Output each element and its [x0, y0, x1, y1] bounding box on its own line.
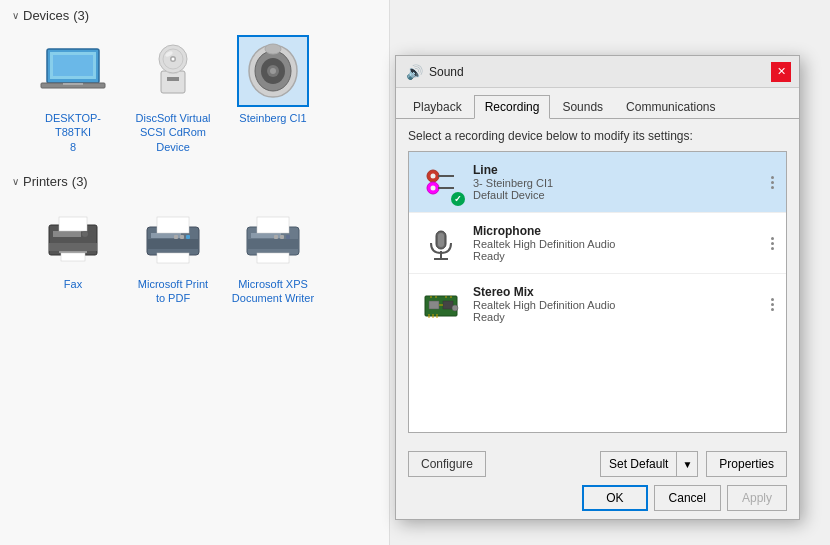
device-laptop-label: DESKTOP-T88TKI8	[28, 111, 118, 154]
svg-rect-24	[61, 253, 85, 261]
svg-rect-31	[180, 235, 184, 239]
stereomix-scroll-indicator	[768, 294, 776, 315]
dialog-title-left: 🔊 Sound	[406, 64, 464, 80]
devices-grid: DESKTOP-T88TKI8 DiscSoft	[12, 35, 377, 154]
printers-label: Printers	[23, 174, 68, 189]
svg-rect-55	[429, 301, 439, 309]
svg-point-46	[431, 186, 436, 191]
disc-icon-wrap	[137, 35, 209, 107]
sound-dialog: 🔊 Sound ✕ Playback Recording Sounds Comm…	[395, 55, 800, 520]
svg-rect-3	[63, 83, 83, 85]
devices-section-header[interactable]: ∨ Devices (3)	[12, 8, 377, 23]
svg-rect-4	[53, 55, 93, 76]
fax-icon-wrap	[37, 201, 109, 273]
recording-item-stereomix[interactable]: Stereo Mix Realtek High Definition Audio…	[409, 274, 786, 334]
svg-point-26	[88, 231, 94, 237]
device-disc-label: DiscSoft VirtualSCSI CdRomDevice	[136, 111, 211, 154]
stereomix-icon	[419, 282, 463, 326]
svg-point-18	[265, 44, 281, 54]
mic-scroll-indicator	[768, 233, 776, 254]
device-item-disc[interactable]: DiscSoft VirtualSCSI CdRomDevice	[128, 35, 218, 154]
printer-item-xps[interactable]: Microsoft XPSDocument Writer	[228, 201, 318, 306]
dialog-title-text: Sound	[429, 65, 464, 79]
svg-rect-6	[167, 77, 179, 81]
svg-point-11	[172, 58, 175, 61]
set-default-button[interactable]: Set Default	[600, 451, 676, 477]
devices-chevron-icon: ∨	[12, 10, 19, 21]
properties-button[interactable]: Properties	[706, 451, 787, 477]
dialog-buttons-row1: Configure Set Default ▼ Properties	[408, 451, 787, 477]
device-item-laptop[interactable]: DESKTOP-T88TKI8	[28, 35, 118, 154]
tab-playback[interactable]: Playback	[402, 95, 473, 119]
devices-count: (3)	[73, 8, 89, 23]
stereomix-detail: Realtek High Definition Audio	[473, 299, 768, 311]
laptop-icon-wrap	[37, 35, 109, 107]
fax-icon	[39, 207, 107, 267]
device-item-speaker[interactable]: Steinberg CI1	[228, 35, 318, 154]
dialog-buttons-row2: OK Cancel Apply	[408, 485, 787, 511]
svg-rect-30	[174, 235, 178, 239]
dialog-bottom: Configure Set Default ▼ Properties OK Ca…	[396, 443, 799, 519]
devices-label: Devices	[23, 8, 69, 23]
printer-xps-label: Microsoft XPSDocument Writer	[232, 277, 314, 306]
svg-rect-32	[186, 235, 190, 239]
configure-button[interactable]: Configure	[408, 451, 486, 477]
recording-device-list: ✓ Line 3- Steinberg CI1 Default Device	[408, 151, 787, 433]
close-button[interactable]: ✕	[771, 62, 791, 82]
recording-item-microphone[interactable]: Microphone Realtek High Definition Audio…	[409, 213, 786, 274]
tab-communications[interactable]: Communications	[615, 95, 726, 119]
tab-recording[interactable]: Recording	[474, 95, 551, 119]
microphone-detail: Realtek High Definition Audio	[473, 238, 768, 250]
speaker-icon-wrap	[237, 35, 309, 107]
line-name: Line	[473, 163, 768, 177]
xps-icon-wrap	[237, 201, 309, 273]
set-default-group: Set Default ▼	[600, 451, 698, 477]
speaker-icon	[239, 41, 307, 101]
device-speaker-label: Steinberg CI1	[239, 111, 306, 125]
line-status: Default Device	[473, 189, 768, 201]
svg-rect-33	[157, 217, 189, 233]
pdf-printer-icon	[139, 207, 207, 267]
svg-rect-47	[438, 175, 454, 177]
svg-rect-52	[438, 233, 444, 247]
dialog-instruction: Select a recording device below to modif…	[408, 129, 787, 143]
svg-rect-22	[59, 251, 87, 253]
disc-icon	[139, 41, 207, 101]
line-detail: 3- Steinberg CI1	[473, 177, 768, 189]
svg-rect-37	[247, 239, 299, 249]
svg-point-44	[431, 174, 436, 179]
dialog-content: Select a recording device below to modif…	[396, 119, 799, 443]
svg-rect-56	[443, 301, 453, 309]
printers-count: (3)	[72, 174, 88, 189]
stereomix-info: Stereo Mix Realtek High Definition Audio…	[473, 285, 768, 323]
microphone-info: Microphone Realtek High Definition Audio…	[473, 224, 768, 262]
dialog-titlebar: 🔊 Sound ✕	[396, 56, 799, 88]
svg-rect-39	[280, 235, 284, 239]
svg-point-17	[270, 68, 276, 74]
line-icon: ✓	[419, 160, 463, 204]
ok-button[interactable]: OK	[582, 485, 647, 511]
printer-item-fax[interactable]: Fax	[28, 201, 118, 306]
microphone-name: Microphone	[473, 224, 768, 238]
xps-printer-icon	[239, 207, 307, 267]
printers-section-header[interactable]: ∨ Printers (3)	[12, 174, 377, 189]
svg-rect-34	[157, 253, 189, 263]
microphone-icon	[419, 221, 463, 265]
svg-rect-41	[257, 217, 289, 233]
tab-sounds[interactable]: Sounds	[551, 95, 614, 119]
cancel-button[interactable]: Cancel	[654, 485, 721, 511]
svg-rect-23	[59, 217, 87, 231]
stereomix-status: Ready	[473, 311, 768, 323]
printer-pdf-label: Microsoft Printto PDF	[138, 277, 208, 306]
apply-button[interactable]: Apply	[727, 485, 787, 511]
set-default-arrow-button[interactable]: ▼	[676, 451, 698, 477]
laptop-icon	[39, 41, 107, 101]
printer-item-pdf[interactable]: Microsoft Printto PDF	[128, 201, 218, 306]
svg-rect-20	[53, 231, 81, 237]
sound-title-icon: 🔊	[406, 64, 423, 80]
printers-chevron-icon: ∨	[12, 176, 19, 187]
default-check-icon: ✓	[451, 192, 465, 206]
microphone-status: Ready	[473, 250, 768, 262]
recording-item-line[interactable]: ✓ Line 3- Steinberg CI1 Default Device	[409, 152, 786, 213]
svg-rect-29	[147, 239, 199, 249]
